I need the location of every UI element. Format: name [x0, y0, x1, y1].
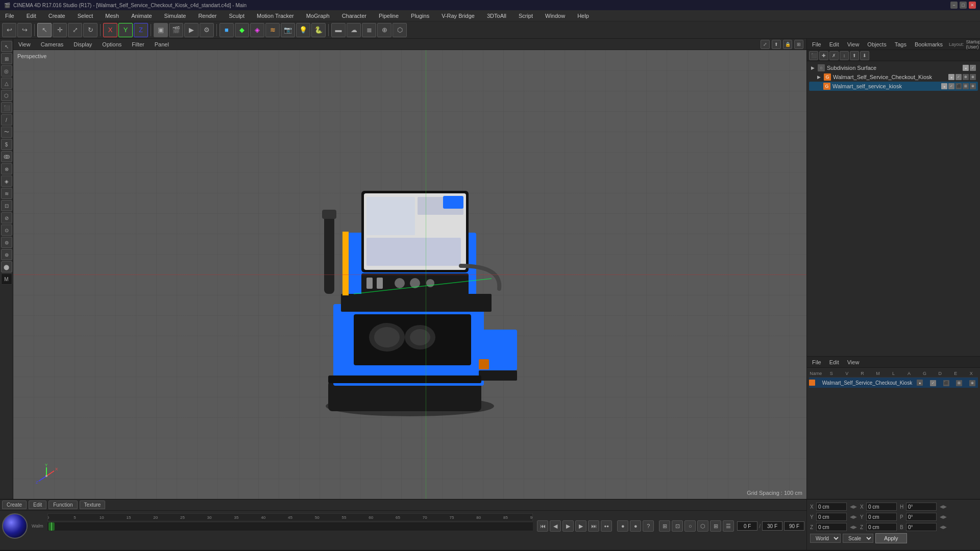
prop-r[interactable]: ⬛	[943, 380, 949, 386]
sweep-btn[interactable]: ◆	[235, 23, 249, 37]
start-marker[interactable]	[48, 522, 55, 531]
viewport[interactable]: View Cameras Display Options Filter Pane…	[13, 39, 806, 499]
record-active-btn[interactable]: ●	[617, 520, 628, 532]
menu-create[interactable]: Create	[45, 12, 68, 20]
menu-vray[interactable]: V-Ray Bridge	[438, 12, 478, 20]
render-view-btn[interactable]: ▶	[184, 23, 199, 37]
close-button[interactable]: ✕	[969, 2, 976, 9]
obj-icon1[interactable]: ⬛	[809, 51, 818, 60]
obj-icon5[interactable]: ⬆	[850, 51, 859, 60]
z2-field[interactable]	[866, 523, 897, 531]
obj-icon3[interactable]: ✗	[829, 51, 839, 60]
brp-view[interactable]: View	[845, 358, 862, 366]
menu-file[interactable]: File	[2, 12, 17, 20]
render-settings-btn[interactable]: ⚙	[200, 23, 214, 37]
menu-edit[interactable]: Edit	[23, 12, 39, 20]
viewport-maximize-btn[interactable]: ⤢	[761, 40, 770, 49]
light-btn[interactable]: 💡	[296, 23, 310, 37]
move-tool[interactable]: ✛	[53, 23, 67, 37]
brp-row-kiosk[interactable]: Walmart_Self_Service_Checkout_Kiosk ● ✓ …	[809, 378, 978, 388]
vis-icon2[interactable]: ✓	[970, 65, 976, 71]
kiosk-vis1[interactable]: ●	[948, 74, 954, 80]
world-dropdown[interactable]: World	[810, 534, 841, 543]
kiosk-child-vis5[interactable]: ⊗	[970, 83, 976, 89]
tool-poly[interactable]: ⬡	[1, 90, 12, 101]
tool-arrow[interactable]: ↖	[1, 41, 12, 52]
menu-select[interactable]: Select	[75, 12, 96, 20]
tool-paint2[interactable]: ⊙	[1, 224, 12, 236]
kiosk-vis2[interactable]: ✓	[955, 74, 962, 80]
undo-button[interactable]: ↩	[2, 23, 16, 37]
tab-function[interactable]: Function	[48, 500, 77, 509]
deform-btn[interactable]: ≋	[265, 23, 280, 37]
y2-field[interactable]	[866, 513, 897, 521]
object-mode-btn[interactable]: ▣	[154, 23, 168, 37]
pb-icon4[interactable]: ⬡	[697, 520, 708, 532]
menu-character[interactable]: Character	[339, 12, 370, 20]
render-region-btn[interactable]: 🎬	[169, 23, 183, 37]
tab-edit[interactable]: Edit	[29, 500, 46, 509]
pb-icon3[interactable]: ○	[684, 520, 696, 532]
tab-texture[interactable]: Texture	[80, 500, 106, 509]
rpanel-bookmarks[interactable]: Bookmarks	[913, 40, 945, 48]
tool-anim[interactable]: ◈	[1, 176, 12, 187]
menu-sculpt[interactable]: Sculpt	[226, 12, 248, 20]
kiosk-child-vis2[interactable]: ✓	[948, 83, 954, 89]
tool-sculpt2[interactable]: $	[1, 139, 12, 150]
prop-other[interactable]: ⊗	[969, 380, 975, 386]
viewport-menu-cameras[interactable]: Cameras	[39, 40, 66, 48]
select-tool[interactable]: ↖	[37, 23, 52, 37]
floor-btn[interactable]: ▬	[331, 23, 346, 37]
maximize-button[interactable]: □	[960, 2, 967, 9]
tree-item-subdivision[interactable]: ▶ ○ Subdivision Surface ● ✓	[809, 63, 978, 72]
tool-edit[interactable]: ⬛	[1, 102, 12, 113]
fps-field[interactable]	[762, 521, 782, 531]
kiosk-child-vis3[interactable]: ⬛	[955, 83, 962, 89]
viewport-canvas[interactable]: Perspective Grid Spacing : 100 cm	[13, 50, 806, 499]
obj-icon4[interactable]: ↕	[840, 51, 849, 60]
scale-tool[interactable]: ⤢	[68, 23, 82, 37]
prev-frame-btn[interactable]: ◀	[550, 520, 561, 532]
viewport-menu-view[interactable]: View	[16, 40, 33, 48]
tool-paint1[interactable]: ⊘	[1, 212, 12, 223]
tool-sculpt3[interactable]: ↂ	[1, 151, 12, 162]
menu-plugins[interactable]: Plugins	[408, 12, 432, 20]
kiosk-child-vis1[interactable]: ●	[941, 83, 947, 89]
current-frame-field[interactable]	[737, 521, 757, 531]
brp-edit[interactable]: Edit	[827, 358, 841, 366]
auto-btn[interactable]: ?	[643, 520, 654, 532]
rpanel-file[interactable]: File	[810, 40, 823, 48]
viewport-menu-filter[interactable]: Filter	[130, 40, 146, 48]
viewport-expand-btn[interactable]: ⊞	[794, 40, 803, 49]
apply-button[interactable]: Apply	[875, 533, 907, 543]
tool-tag[interactable]: ⊞	[1, 53, 12, 64]
play-btn[interactable]: ▶	[562, 520, 574, 532]
tool-sculpt4[interactable]: ⊗	[1, 163, 12, 174]
kiosk-child-vis4[interactable]: ⊞	[963, 83, 969, 89]
kiosk-vis4[interactable]: ⊗	[970, 74, 976, 80]
tree-item-kiosk[interactable]: ▶ G Walmart_Self_Service_Checkout_Kiosk …	[809, 72, 978, 82]
scene-btn[interactable]: ⬡	[393, 23, 407, 37]
tree-item-kiosk-child[interactable]: G Walmart_self_service_kiosk ● ✓ ⬛ ⊞ ⊗	[809, 82, 978, 91]
y-axis-btn[interactable]: Y	[118, 23, 133, 37]
tab-create[interactable]: Create	[2, 500, 27, 509]
y-position-field[interactable]	[816, 513, 847, 521]
obj-icon2[interactable]: ✚	[819, 51, 828, 60]
tool-paint3[interactable]: ⊚	[1, 237, 12, 248]
z-axis-btn[interactable]: Z	[134, 23, 148, 37]
tool-pen[interactable]: △	[1, 78, 12, 89]
pb-icon2[interactable]: ⊡	[672, 520, 683, 532]
menu-motion-tracker[interactable]: Motion Tracker	[254, 12, 297, 20]
motion-btn[interactable]: ●	[630, 520, 641, 532]
hair-btn[interactable]: ≣	[362, 23, 376, 37]
menu-mesh[interactable]: Mesh	[102, 12, 122, 20]
menu-window[interactable]: Window	[542, 12, 568, 20]
prop-s[interactable]: ●	[917, 380, 923, 386]
material-sphere[interactable]	[2, 513, 28, 539]
tool-sculpt1[interactable]: 〜	[1, 127, 12, 138]
cube-btn[interactable]: ■	[219, 23, 234, 37]
redo-button[interactable]: ↪	[17, 23, 32, 37]
prop-m[interactable]: ⊞	[956, 380, 962, 386]
z-position-field[interactable]	[816, 523, 847, 531]
title-bar-right[interactable]: − □ ✕	[950, 2, 976, 9]
